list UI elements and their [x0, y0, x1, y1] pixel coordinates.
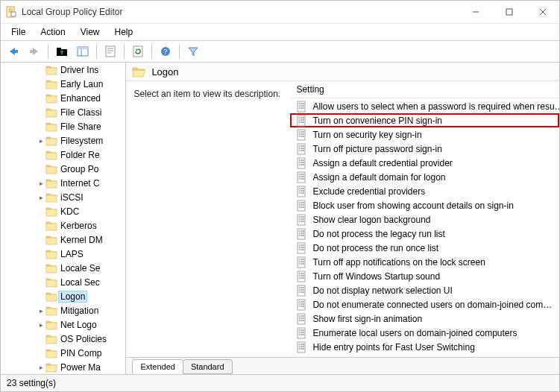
svg-rect-101 [298, 257, 305, 268]
tab-extended[interactable]: Extended [132, 359, 183, 374]
svg-point-36 [299, 121, 301, 123]
tree-item-label: Folder Re [59, 150, 101, 160]
tree-item[interactable]: PIN Comp [1, 346, 125, 360]
svg-rect-38 [298, 130, 305, 140]
svg-point-32 [299, 117, 301, 118]
help-button[interactable]: ? [156, 42, 175, 60]
svg-point-71 [299, 192, 301, 194]
chevron-right-icon[interactable]: ▸ [37, 180, 45, 187]
tree-item-label: Filesystem [59, 136, 104, 146]
svg-point-55 [299, 162, 301, 163]
setting-row[interactable]: Turn off app notifications on the lock s… [290, 255, 559, 269]
menu-file[interactable]: File [4, 25, 33, 39]
svg-point-27 [299, 105, 301, 107]
properties-button[interactable] [101, 42, 120, 60]
tab-standard[interactable]: Standard [183, 359, 233, 374]
tree-item[interactable]: KDC [1, 204, 125, 218]
menu-view[interactable]: View [73, 25, 107, 39]
setting-row[interactable]: Show clear logon background [290, 212, 559, 227]
svg-point-34 [299, 119, 301, 121]
tree-item[interactable]: LAPS [1, 247, 125, 261]
setting-row[interactable]: Assign a default domain for logon [290, 170, 559, 184]
back-button[interactable] [4, 42, 23, 60]
close-button[interactable] [526, 1, 559, 23]
filter-button[interactable] [183, 42, 203, 60]
tree-item[interactable]: ▸iSCSI [1, 190, 125, 204]
policy-icon [296, 285, 308, 297]
setting-row[interactable]: Do not process the run once list [290, 241, 559, 255]
show-hide-tree-button[interactable] [73, 42, 92, 60]
svg-point-25 [299, 103, 301, 104]
setting-row[interactable]: Show first sign-in animation [290, 312, 559, 326]
svg-point-95 [299, 244, 301, 246]
setting-row[interactable]: Turn on convenience PIN sign-in [290, 113, 559, 127]
tree-item[interactable]: Kerberos [1, 218, 125, 233]
chevron-right-icon[interactable]: ▸ [37, 364, 45, 371]
tree-item-label: Kerberos [59, 221, 98, 231]
tree-item[interactable]: Kernel DM [1, 233, 125, 247]
setting-row[interactable]: Do not process the legacy run list [290, 227, 559, 241]
svg-point-43 [299, 136, 301, 137]
setting-label: Hide entry points for Fast User Switchin… [312, 342, 474, 353]
tree-item[interactable]: ▸Net Logo [1, 317, 125, 332]
setting-row[interactable]: Turn off picture password sign-in [290, 142, 559, 156]
tree-item[interactable]: Locale Se [1, 261, 125, 275]
settings-header[interactable]: Setting [290, 81, 559, 98]
chevron-right-icon[interactable]: ▸ [37, 137, 45, 145]
tree-item[interactable]: Logon [1, 289, 125, 303]
tree-scroller[interactable]: Driver InsEarly LaunEnhancedFile ClassiF… [1, 63, 125, 374]
chevron-right-icon[interactable]: ▸ [37, 307, 45, 314]
policy-icon [296, 313, 308, 325]
chevron-right-icon[interactable]: ▸ [37, 194, 45, 201]
tree-item[interactable]: OS Policies [1, 332, 125, 346]
refresh-button[interactable] [128, 42, 148, 60]
svg-point-127 [299, 306, 301, 307]
tree-item[interactable]: ▸Internet C [1, 176, 125, 190]
setting-row[interactable]: Turn on security key sign-in [290, 127, 559, 142]
details-column: Select an item to view its description. [126, 81, 290, 357]
setting-row[interactable]: Do not enumerate connected users on doma… [290, 297, 559, 312]
tree-item[interactable]: Early Laun [1, 77, 125, 91]
setting-row[interactable]: Assign a default credential provider [290, 156, 559, 170]
svg-point-76 [299, 204, 301, 206]
folder-icon [45, 320, 57, 330]
tree-item[interactable]: ▸Filesystem [1, 133, 125, 148]
svg-point-146 [299, 346, 301, 347]
window-title: Local Group Policy Editor [22, 7, 122, 17]
tree-item[interactable]: Folder Re [1, 148, 125, 162]
tree-item[interactable]: Local Sec [1, 275, 125, 289]
svg-rect-73 [298, 200, 305, 211]
tree-item[interactable]: Driver Ins [1, 63, 125, 77]
tree-item[interactable]: File Classi [1, 105, 125, 119]
settings-list[interactable]: Allow users to select when a password is… [290, 98, 559, 357]
tree-item[interactable]: ▸Mitigation [1, 303, 125, 317]
policy-icon [296, 171, 308, 183]
setting-row[interactable]: Do not display network selection UI [290, 283, 559, 297]
setting-label: Turn on security key sign-in [312, 130, 421, 140]
folder-icon [45, 334, 57, 344]
setting-row[interactable]: Exclude credential providers [290, 184, 559, 198]
policy-icon [296, 115, 308, 127]
tree-item[interactable]: Group Po [1, 162, 125, 176]
up-button[interactable] [52, 42, 72, 60]
svg-point-85 [299, 221, 301, 222]
path-title: Logon [151, 66, 178, 78]
tree-item[interactable]: File Share [1, 119, 125, 133]
forward-button[interactable] [25, 42, 44, 60]
menu-help[interactable]: Help [107, 25, 141, 39]
minimize-button[interactable] [459, 1, 492, 23]
setting-row[interactable]: Allow users to select when a password is… [290, 99, 559, 113]
setting-row[interactable]: Block user from showing account details … [290, 198, 559, 212]
tree-item[interactable]: Enhanced [1, 91, 125, 105]
setting-row[interactable]: Hide entry points for Fast User Switchin… [290, 340, 559, 354]
menu-action[interactable]: Action [33, 25, 72, 39]
maximize-button[interactable] [492, 1, 526, 23]
svg-point-48 [299, 148, 301, 149]
tree-item[interactable]: ▸Power Ma [1, 360, 125, 374]
svg-point-120 [299, 291, 301, 293]
svg-rect-45 [298, 144, 305, 154]
setting-row[interactable]: Enumerate local users on domain-joined c… [290, 326, 559, 340]
chevron-right-icon[interactable]: ▸ [37, 321, 45, 329]
setting-row[interactable]: Turn off Windows Startup sound [290, 269, 559, 283]
svg-point-39 [299, 131, 301, 133]
